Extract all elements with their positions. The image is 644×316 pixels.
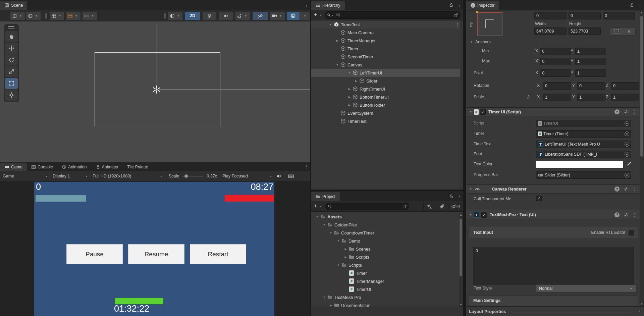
scrollbar-thumb[interactable] <box>640 16 643 157</box>
foldout-arrow[interactable]: ▼ <box>335 63 340 66</box>
search-by-label-button[interactable] <box>436 204 448 209</box>
object-picker-icon[interactable] <box>625 152 629 157</box>
tab-inspector[interactable]: i Inspector <box>466 1 499 10</box>
scroll-up-arrow[interactable]: ▲ <box>640 11 644 14</box>
scene-effects-button[interactable]: ▼ <box>235 12 250 20</box>
hierarchy-row[interactable]: ▶ TimerManager <box>311 37 463 45</box>
anchor-min-y-field[interactable]: 1 <box>575 48 606 55</box>
component-menu-button[interactable]: ⋮ <box>633 213 637 217</box>
tab-project[interactable]: Project <box>311 192 340 201</box>
hierarchy-scrollbar[interactable] <box>460 20 463 190</box>
hierarchy-search[interactable]: ▼ <box>325 11 461 19</box>
search-filter-dropdown[interactable]: ▼ <box>331 14 335 16</box>
scale-y-field[interactable]: 1 <box>577 94 605 101</box>
transform-tool-button[interactable] <box>5 90 18 101</box>
project-row[interactable]: # TimerManager <box>311 277 463 285</box>
hierarchy-row[interactable]: TimerTest <box>311 117 463 125</box>
foldout-arrow[interactable]: ▼ <box>336 264 341 267</box>
timer-ui-script-header[interactable]: ▼ # ✓ Timer UI (Script) ? ⋮ <box>466 107 640 116</box>
shading-mode-button[interactable]: ▼ <box>168 12 182 20</box>
hierarchy-row-scene[interactable]: ▼ TimerTest ⋮ <box>311 20 463 29</box>
search-by-type-button[interactable] <box>424 204 436 209</box>
help-icon[interactable]: ? <box>614 212 620 217</box>
scene-audio-button[interactable] <box>219 12 233 20</box>
foldout-arrow[interactable]: ▼ <box>322 296 327 299</box>
pos-y-field[interactable]: 0 <box>569 12 601 19</box>
rotate-tool-button[interactable] <box>5 54 18 65</box>
hierarchy-row[interactable]: ▶ Slider <box>311 77 463 85</box>
scene-viewport[interactable] <box>0 21 310 162</box>
scroll-up-arrow[interactable]: ▲ <box>459 213 463 216</box>
timer-field[interactable]: # Timer (Timer) <box>536 130 631 138</box>
rotation-z-field[interactable]: 0 <box>611 82 639 90</box>
anchor-min-x-field[interactable]: 0 <box>540 48 571 55</box>
height-field[interactable]: 523.7703 <box>569 28 601 35</box>
component-enabled-checkbox[interactable]: ✓ <box>481 212 487 218</box>
main-settings-bar[interactable]: Main Settings <box>469 295 638 306</box>
foldout-arrow[interactable]: ▼ <box>322 223 327 226</box>
pos-z-field[interactable]: 0 <box>603 12 635 19</box>
tab-animator[interactable]: Animator <box>91 163 123 171</box>
hierarchy-row[interactable]: ▼ Canvas <box>311 61 463 69</box>
foldout-arrow[interactable]: ▶ <box>354 80 359 83</box>
scale-x-field[interactable]: 1 <box>543 94 571 101</box>
tab-hierarchy[interactable]: Hierarchy <box>311 1 345 10</box>
project-menu-button[interactable]: ⋮ <box>455 191 463 201</box>
display-dropdown[interactable]: Display 1▼ <box>49 174 89 178</box>
snap-increment-button[interactable]: ▼ <box>83 12 97 20</box>
resolution-dropdown[interactable]: Full HD (1920x1080)▼ <box>89 174 164 178</box>
rtl-toggle[interactable] <box>629 230 634 235</box>
gizmos-toggle-button[interactable] <box>287 12 300 20</box>
foldout-arrow[interactable]: ▼ <box>468 188 473 191</box>
hierarchy-row[interactable]: Main Camera <box>311 29 463 37</box>
time-text-field[interactable]: T LeftTimerUI (Text Mesh Pro U <box>536 141 631 148</box>
textmeshpro-header[interactable]: ▼ T ✓ TextMeshPro - Text (UI) ? ⋮ <box>466 210 640 219</box>
pivot-y-field[interactable]: 1 <box>575 69 606 77</box>
game-display-target-dropdown[interactable]: Game▼ <box>0 174 49 178</box>
hierarchy-row[interactable]: Timer <box>311 45 463 53</box>
foldout-arrow[interactable]: ▶ <box>347 96 352 99</box>
component-enabled-checkbox[interactable]: ✓ <box>480 109 486 115</box>
help-icon[interactable]: ? <box>614 187 620 192</box>
rect-tool-button[interactable] <box>5 78 18 89</box>
blueprint-mode-button[interactable] <box>610 28 623 36</box>
presets-icon[interactable] <box>624 212 629 217</box>
inspector-menu-button[interactable]: ⋮ <box>636 0 644 10</box>
width-field[interactable]: 647.0789 <box>534 28 567 35</box>
foldout-arrow[interactable]: ▶ <box>335 39 340 42</box>
hierarchy-row[interactable]: ▶ ButtonHolder <box>311 101 463 109</box>
pos-x-field[interactable]: 0 <box>534 12 567 19</box>
selection-gizmo-icon[interactable] <box>152 85 161 94</box>
pivot-x-field[interactable]: 0 <box>540 69 571 77</box>
object-picker-icon[interactable] <box>625 121 629 126</box>
component-menu-button[interactable]: ⋮ <box>633 110 637 114</box>
hierarchy-row[interactable]: ▶ RightTimerUI <box>311 85 463 93</box>
project-lock-button[interactable] <box>447 191 455 201</box>
project-row[interactable]: # TimerUI <box>311 285 463 293</box>
anch​ors-foldout[interactable]: ▼ Anchors <box>469 40 491 44</box>
left-splitter[interactable] <box>310 0 311 316</box>
scene-lighting-button[interactable] <box>203 12 216 20</box>
project-row[interactable]: ▼ TextMesh Pro <box>311 293 463 301</box>
scale-z-field[interactable]: 1 <box>611 94 639 101</box>
camera-settings-button[interactable]: ▼ <box>270 12 285 20</box>
project-row[interactable]: ▼ GoldenPike <box>311 221 463 229</box>
game-menu-button[interactable]: ⋮ <box>302 162 310 171</box>
cull-transparent-mesh-checkbox[interactable]: ✓ <box>536 196 542 201</box>
tab-animation[interactable]: Animation <box>57 163 91 171</box>
tab-console[interactable]: Console <box>27 163 57 171</box>
move-snap-button[interactable]: ▼ <box>66 12 80 20</box>
toolbar-drag-handle[interactable] <box>7 13 7 18</box>
scale-slider-knob[interactable] <box>184 174 188 178</box>
anchor-max-y-field[interactable]: 1 <box>575 58 606 65</box>
project-row[interactable]: # Timer <box>311 269 463 277</box>
object-picker-icon[interactable] <box>625 131 629 136</box>
toolbar-drag-handle[interactable] <box>164 13 165 18</box>
right-splitter[interactable] <box>463 0 466 316</box>
presets-icon[interactable] <box>624 109 629 114</box>
project-row[interactable]: ▶ Documentation <box>311 301 463 307</box>
link-broken-icon[interactable] <box>526 95 531 100</box>
text-style-dropdown[interactable]: Normal ▼ <box>536 284 637 293</box>
tool-settings-global-button[interactable]: ▼ <box>26 12 41 20</box>
hierarchy-row-selected[interactable]: ▼ LeftTimerUI <box>311 69 463 77</box>
